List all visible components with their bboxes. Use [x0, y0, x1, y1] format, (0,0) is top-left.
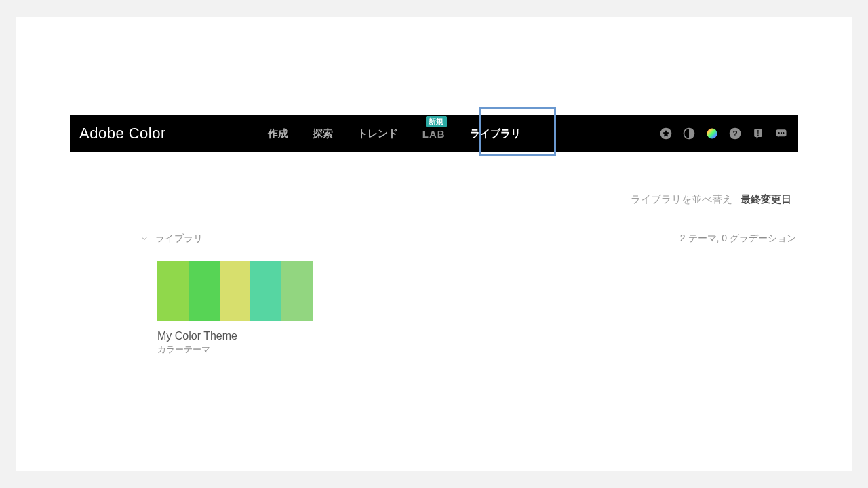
swatch-1: [157, 261, 189, 321]
star-icon[interactable]: [658, 126, 673, 141]
library-section-header[interactable]: ライブラリ: [140, 232, 203, 245]
svg-point-9: [781, 132, 782, 134]
help-icon[interactable]: ?: [728, 126, 743, 141]
library-count: 2 テーマ, 0 グラデーション: [680, 232, 796, 245]
library-section-title: ライブラリ: [155, 232, 203, 245]
theme-subtitle: カラーテーマ: [157, 344, 315, 356]
chat-icon[interactable]: [774, 126, 789, 141]
sort-label: ライブラリを並べ替え: [631, 193, 732, 206]
svg-point-8: [778, 132, 780, 134]
page-container: Adobe Color 作成 探索 トレンド 新規 LAB ライブラリ: [16, 17, 852, 471]
nav-create[interactable]: 作成: [268, 127, 288, 140]
svg-text:!: !: [757, 129, 759, 137]
theme-swatches: [157, 261, 313, 321]
svg-text:?: ?: [732, 129, 737, 138]
swatch-5: [281, 261, 313, 321]
swatch-2: [189, 261, 220, 321]
new-badge: 新規: [426, 116, 447, 127]
svg-point-2: [707, 129, 717, 139]
nav-icons: ? !: [658, 126, 789, 141]
swatch-4: [250, 261, 281, 321]
nav-explore[interactable]: 探索: [313, 127, 333, 140]
nav-lab[interactable]: 新規 LAB: [422, 128, 446, 140]
brand-title[interactable]: Adobe Color: [79, 125, 166, 142]
nav-lab-label: LAB: [422, 128, 446, 140]
nav-trends[interactable]: トレンド: [357, 127, 398, 140]
sort-bar: ライブラリを並べ替え 最終変更日: [631, 193, 791, 206]
theme-card[interactable]: My Color Theme カラーテーマ: [157, 261, 315, 356]
color-wheel-icon[interactable]: [705, 126, 719, 141]
nav-items: 作成 探索 トレンド 新規 LAB ライブラリ: [268, 127, 521, 140]
chevron-down-icon: [140, 235, 149, 243]
theme-title: My Color Theme: [157, 330, 315, 342]
sort-value[interactable]: 最終変更日: [741, 193, 791, 206]
swatch-3: [220, 261, 251, 321]
notification-icon[interactable]: !: [751, 126, 766, 141]
contrast-icon[interactable]: [682, 126, 696, 141]
nav-libraries[interactable]: ライブラリ: [470, 127, 521, 140]
navbar: Adobe Color 作成 探索 トレンド 新規 LAB ライブラリ: [70, 115, 798, 152]
svg-point-10: [783, 132, 784, 134]
